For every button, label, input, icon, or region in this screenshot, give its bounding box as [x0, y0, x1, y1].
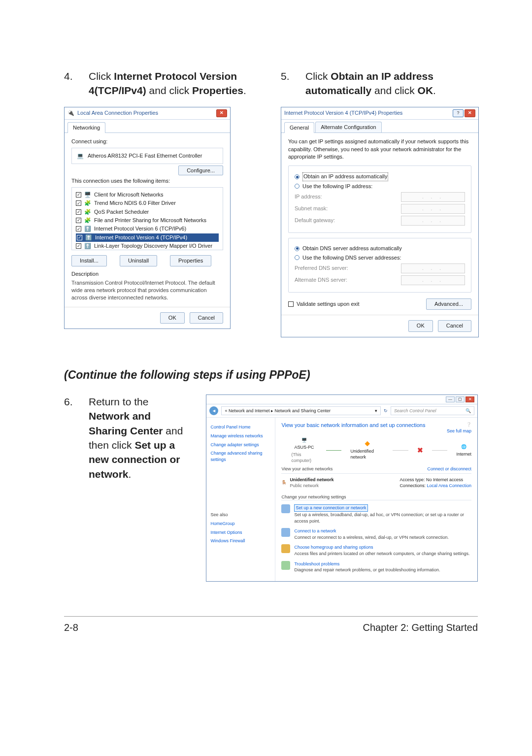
tab-alternate-configuration[interactable]: Alternate Configuration: [315, 122, 382, 132]
local-area-connection-properties-dialog: 🔌 Local Area Connection Properties ✕ Net…: [64, 107, 231, 329]
step-4: 4. Click Internet Protocol Version 4(TCP…: [64, 69, 261, 98]
globe-icon: 🌐: [461, 444, 466, 450]
connect-using-label: Connect using:: [71, 138, 223, 145]
radio-use-following-ip[interactable]: Use the following IP address:: [295, 183, 465, 190]
nsc-main-title: View your basic network information and …: [281, 422, 425, 431]
uses-label: This connection uses the following items…: [71, 177, 223, 185]
gateway-field: . . .: [401, 216, 465, 226]
maximize-icon[interactable]: ▢: [456, 396, 465, 402]
radio-obtain-ip-auto[interactable]: Obtain an IP address automatically: [295, 172, 465, 181]
search-icon: 🔍: [466, 408, 471, 414]
ok-button[interactable]: OK: [160, 312, 185, 324]
sidebar-item-home[interactable]: Control Panel Home: [210, 424, 271, 430]
step-4-text: Click Internet Protocol Version 4(TCP/IP…: [89, 69, 261, 98]
sidebar-item-firewall[interactable]: Windows Firewall: [210, 538, 271, 544]
advanced-button[interactable]: Advanced...: [426, 298, 471, 310]
subnet-field: . . .: [401, 204, 465, 214]
dialog-title: Internet Protocol Version 4 (TCP/IPv4) P…: [284, 109, 402, 117]
nic-icon: 🔌: [67, 109, 74, 117]
help-icon[interactable]: ❔: [466, 422, 471, 427]
sidebar: Control Panel Home Manage wireless netwo…: [206, 418, 275, 581]
disconnected-icon: ✖: [417, 446, 423, 456]
description-label: Description: [71, 270, 223, 278]
install-button[interactable]: Install...: [71, 255, 107, 266]
radio-dot-icon: [295, 184, 299, 189]
adapter-name: Atheros AR8132 PCI-E Fast Ethernet Contr…: [88, 152, 202, 160]
radio-dot-icon: [295, 255, 299, 260]
step-5-text: Click Obtain an IP address automatically…: [305, 69, 478, 98]
list-item[interactable]: Trend Micro NDIS 6.0 Filter Driver: [94, 199, 176, 207]
back-icon[interactable]: ◄: [209, 406, 218, 415]
list-item[interactable]: File and Printer Sharing for Microsoft N…: [94, 217, 206, 224]
option-connect-network[interactable]: Connect to a networkConnect or reconnect…: [281, 528, 471, 540]
change-settings-label: Change your networking settings: [281, 494, 471, 501]
connection-items-list[interactable]: 🖥️Client for Microsoft Networks 🧩Trend M…: [71, 187, 223, 250]
uninstall-button[interactable]: Uninstall: [120, 255, 157, 266]
properties-button[interactable]: Properties: [170, 255, 211, 266]
radio-use-following-dns[interactable]: Use the following DNS server addresses:: [295, 254, 465, 262]
connect-icon: [281, 528, 290, 537]
sidebar-item-advanced-sharing[interactable]: Change advanced sharing settings: [210, 450, 271, 462]
refresh-icon[interactable]: ↻: [384, 408, 388, 414]
dialog-title: Local Area Connection Properties: [77, 109, 158, 117]
see-full-map-link[interactable]: See full map: [447, 428, 471, 433]
wizard-icon: [281, 504, 290, 513]
configure-button[interactable]: Configure...: [178, 165, 223, 175]
subnet-label: Subnet mask:: [295, 205, 359, 212]
option-troubleshoot[interactable]: Troubleshoot problemsDiagnose and repair…: [281, 561, 471, 573]
radio-obtain-dns-auto[interactable]: Obtain DNS server address automatically: [295, 245, 465, 252]
help-icon[interactable]: ?: [453, 109, 464, 117]
tab-general[interactable]: General: [284, 122, 314, 133]
network-sharing-center-window: — ▢ ✕ ◄ « Network and Internet ▸ Network…: [206, 394, 478, 582]
ipv4-properties-dialog: Internet Protocol Version 4 (TCP/IPv4) P…: [281, 107, 479, 337]
sidebar-item-wireless[interactable]: Manage wireless networks: [210, 433, 271, 439]
list-item[interactable]: Internet Protocol Version 6 (TCP/IPv6): [94, 225, 186, 232]
alt-dns-field: . . .: [401, 275, 465, 285]
list-item[interactable]: QoS Packet Scheduler: [94, 208, 149, 216]
view-active-label: View your active networks: [281, 466, 332, 472]
close-icon[interactable]: ✕: [466, 396, 474, 402]
sidebar-item-adapter[interactable]: Change adapter settings: [210, 442, 271, 448]
minimize-icon[interactable]: —: [446, 396, 455, 402]
homegroup-icon: [281, 544, 290, 553]
sidebar-item-internet-options[interactable]: Internet Options: [210, 529, 271, 536]
active-network-type: Public network: [290, 483, 333, 489]
list-item[interactable]: Client for Microsoft Networks: [94, 191, 164, 198]
close-icon[interactable]: ✕: [465, 109, 475, 117]
tab-networking[interactable]: Networking: [67, 122, 105, 133]
ok-button[interactable]: OK: [408, 320, 433, 331]
local-area-connection-link[interactable]: Local Area Connection: [427, 483, 471, 488]
step-5-number: 5.: [281, 69, 305, 98]
chapter-title: Chapter 2: Getting Started: [363, 621, 478, 634]
close-icon[interactable]: ✕: [216, 109, 227, 117]
active-network-name: Unidentified network: [290, 477, 333, 483]
sidebar-item-homegroup[interactable]: HomeGroup: [210, 521, 271, 527]
validate-checkbox[interactable]: Validate settings upon exit: [288, 300, 360, 308]
radio-dot-icon: [295, 246, 299, 251]
computer-icon: 🖥️: [301, 437, 307, 444]
adapter-icon: 💻: [77, 152, 84, 160]
description-text: Transmission Control Protocol/Internet P…: [71, 279, 223, 302]
ipv4-intro-text: You can get IP settings assigned automat…: [288, 138, 471, 161]
option-setup-new-connection[interactable]: Set up a new connection or networkSet up…: [281, 504, 471, 524]
see-also-label: See also: [210, 512, 271, 518]
cancel-button[interactable]: Cancel: [190, 312, 223, 324]
step-4-number: 4.: [64, 69, 89, 98]
pref-dns-label: Preferred DNS server:: [295, 264, 359, 272]
gateway-label: Default gateway:: [295, 217, 359, 224]
pref-dns-field: . . .: [401, 263, 465, 273]
list-item-selected[interactable]: Internet Protocol Version 4 (TCP/IPv4): [95, 234, 187, 241]
search-input[interactable]: Search Control Panel 🔍: [391, 406, 474, 416]
cancel-button[interactable]: Cancel: [438, 320, 471, 331]
step-6-text: Return to the Network and Sharing Center…: [89, 394, 191, 481]
breadcrumb[interactable]: « Network and Internet ▸ Network and Sha…: [221, 406, 381, 416]
connect-disconnect-link[interactable]: Connect or disconnect: [427, 466, 471, 472]
page-number: 2-8: [64, 621, 78, 634]
continue-heading: (Continue the following steps if using P…: [64, 367, 478, 383]
option-homegroup[interactable]: Choose homegroup and sharing optionsAcce…: [281, 544, 471, 557]
list-item[interactable]: Link-Layer Topology Discovery Mapper I/O…: [94, 242, 212, 250]
ip-address-field: . . .: [401, 192, 465, 202]
step-5: 5. Click Obtain an IP address automatica…: [281, 69, 478, 98]
alt-dns-label: Alternate DNS server:: [295, 276, 359, 284]
ip-address-label: IP address:: [295, 193, 359, 200]
